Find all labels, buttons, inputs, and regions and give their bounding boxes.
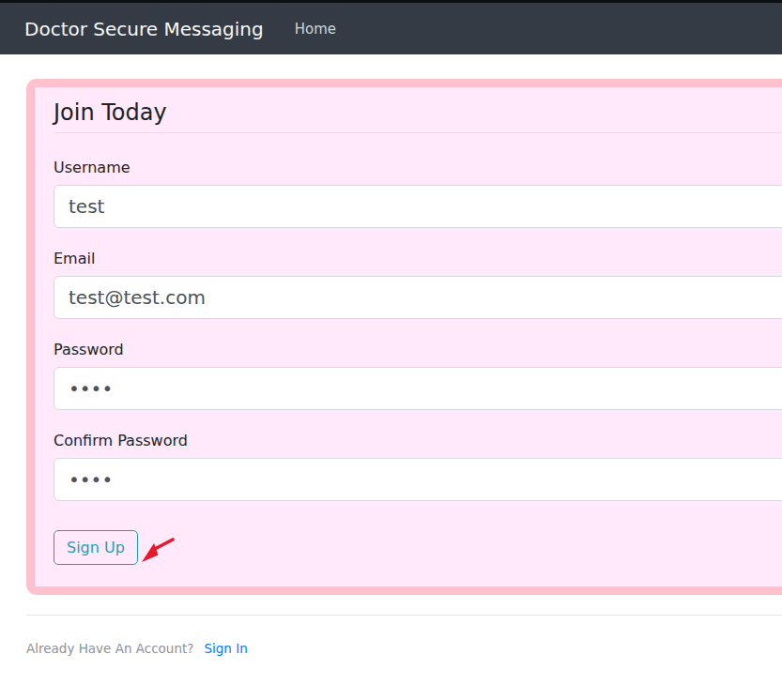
form-group-email: Email: [54, 249, 782, 319]
navbar: Doctor Secure Messaging Home: [0, 3, 782, 54]
submit-row: Sign Up: [54, 530, 782, 565]
nav-link-home[interactable]: Home: [280, 13, 351, 45]
password-input[interactable]: [54, 367, 782, 410]
username-label: Username: [54, 158, 782, 177]
signup-card: Join Today Username Email Password Confi…: [26, 79, 782, 595]
sign-in-link[interactable]: Sign In: [204, 641, 247, 656]
form-title: Join Today: [54, 99, 782, 133]
already-have-account-text: Already Have An Account?: [26, 641, 193, 656]
form-group-confirm-password: Confirm Password: [54, 431, 782, 501]
password-label: Password: [54, 340, 782, 359]
main-content: Join Today Username Email Password Confi…: [26, 79, 782, 656]
confirm-password-input[interactable]: [54, 458, 782, 501]
email-input[interactable]: [54, 276, 782, 319]
sign-up-button[interactable]: Sign Up: [54, 530, 138, 565]
navbar-brand[interactable]: Doctor Secure Messaging: [24, 18, 264, 40]
confirm-password-label: Confirm Password: [54, 431, 782, 450]
signup-form: Join Today Username Email Password Confi…: [54, 99, 782, 565]
form-group-password: Password: [54, 340, 782, 410]
username-input[interactable]: [54, 185, 782, 228]
red-cursor-arrow-icon: [141, 537, 175, 565]
footer: Already Have An Account?Sign In: [26, 616, 782, 656]
email-label: Email: [54, 249, 782, 268]
form-group-username: Username: [54, 158, 782, 228]
